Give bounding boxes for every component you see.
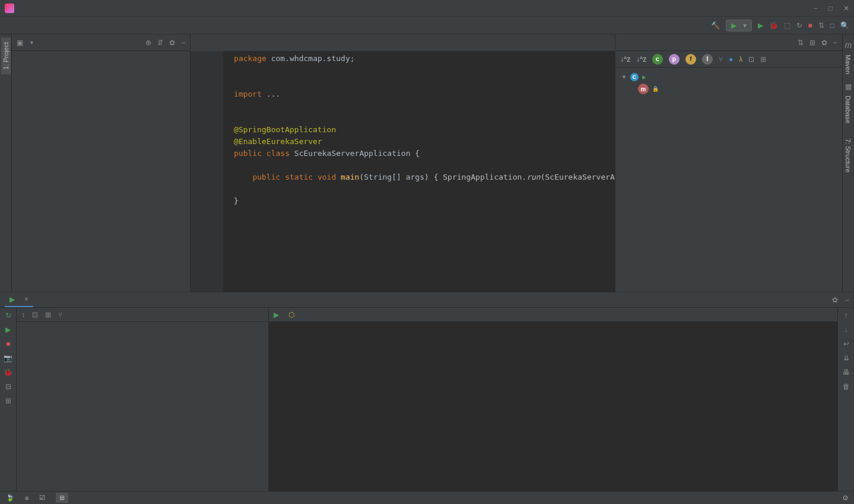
endpoints-tab[interactable]: ⬡ (288, 311, 294, 319)
maven-tab[interactable]: Maven (843, 50, 853, 79)
editor-body[interactable]: package com.whdcmap.study; import ... @S… (191, 51, 615, 292)
search-button[interactable]: □ (830, 21, 834, 30)
share-icon[interactable]: ⑂ (58, 311, 62, 319)
project-tool-tab[interactable]: 1: Project (1, 37, 11, 74)
expand-all-icon[interactable]: ↕ (21, 311, 25, 319)
console-area: ▶ ⬡ (269, 308, 837, 491)
structure-tree[interactable]: ▼ C ▶ m 🔒 (615, 68, 842, 98)
autoscroll2-icon[interactable]: ⊞ (760, 55, 766, 63)
sort-icon[interactable]: ⇅ (798, 39, 804, 47)
run-dashboard-tab[interactable]: ▶× (5, 293, 33, 307)
autoscroll-icon[interactable]: ⊡ (748, 55, 754, 63)
editor-tabs (191, 34, 615, 51)
structure-tab[interactable]: 7: Structure (843, 134, 853, 177)
event-log-tab[interactable]: ⊙ (843, 494, 848, 502)
flat-icon[interactable]: ⊡ (32, 311, 38, 319)
update-button[interactable]: ⇅ (818, 21, 824, 30)
services-tree[interactable] (17, 322, 268, 327)
gear-icon[interactable]: ✿ (821, 39, 827, 47)
group-icon[interactable]: ⊞ (45, 311, 51, 319)
layout-icon[interactable]: ⊞ (5, 397, 11, 405)
services-hide-icon[interactable]: − (845, 296, 849, 304)
services-panel: ▶× ✿ − ↻ ▶ ■ 📷 🐞 ⊟ ⊞ ↕ ⊡ ⊞ ⑂ ▶ (0, 292, 854, 491)
console-output[interactable] (269, 322, 837, 491)
code-content[interactable]: package com.whdcmap.study; import ... @S… (223, 51, 615, 292)
console-right-toolbar: ↑ ↓ ↩ ⇊ 🖶 🗑 (837, 308, 854, 491)
property-filter-icon[interactable]: p (669, 54, 680, 65)
field-filter-icon[interactable]: f (685, 54, 696, 65)
run-config-selector[interactable]: ▶ ▾ (726, 20, 752, 31)
console-tab[interactable]: ▶ (274, 311, 279, 319)
sort-alpha-icon[interactable]: ↓ᴬᴢ (620, 55, 630, 63)
titlebar: − □ ✕ (0, 0, 854, 17)
services-left-toolbar: ↻ ▶ ■ 📷 🐞 ⊟ ⊞ (0, 308, 17, 491)
settings-icon[interactable]: ✿ (169, 39, 175, 47)
close-button[interactable]: ✕ (843, 4, 849, 12)
services-gear-icon[interactable]: ✿ (832, 296, 838, 304)
scroll-icon[interactable]: ⇊ (843, 354, 849, 362)
project-tree[interactable] (12, 51, 190, 292)
editor-area: package com.whdcmap.study; import ... @S… (191, 34, 615, 292)
method-icon: m (638, 84, 649, 94)
right-tool-strip: m Maven ▦ Database 7: Structure (842, 34, 854, 292)
stop-button[interactable]: ■ (808, 21, 812, 30)
sort-visibility-icon[interactable]: ↓ᴬᴢ (636, 55, 646, 63)
anon-filter-icon[interactable]: ⑂ (719, 55, 723, 63)
line-gutter[interactable] (191, 51, 223, 292)
build-icon[interactable]: 🔨 (711, 21, 720, 30)
navigation-bar: 🔨 ▶ ▾ ▶ 🐞 ⬚ ↻ ■ ⇅ □ 🔍 (0, 17, 854, 34)
camera-icon[interactable]: 📷 (4, 354, 12, 362)
hide-icon[interactable]: − (181, 39, 185, 47)
print-icon[interactable]: 🖶 (843, 368, 850, 377)
wrap-icon[interactable]: ↩ (843, 340, 849, 348)
project-panel: ▣ ▾ ⊕ ⇵ ✿ − (12, 34, 191, 292)
expand-icon[interactable]: ⊞ (809, 39, 815, 47)
profile-button[interactable]: ↻ (796, 21, 802, 30)
messages-tab[interactable]: ≡ (25, 495, 28, 502)
run-button[interactable]: ▶ (758, 21, 763, 30)
todo-tab[interactable]: ☑ (39, 494, 45, 502)
inherited-filter-icon[interactable]: I (702, 54, 713, 65)
database-icon[interactable]: ▦ (845, 82, 852, 91)
window-controls: − □ ✕ (814, 4, 849, 12)
hide-structure-icon[interactable]: − (833, 39, 837, 47)
main-content: 1: Project ▣ ▾ ⊕ ⇵ ✿ − package com.whdcm… (0, 34, 854, 292)
structure-panel: ⇅ ⊞ ✿ − ↓ᴬᴢ ↓ᴬᴢ c p f I ⑂ ● λ ⊡ ⊞ ▼ C ▶ (615, 34, 842, 292)
locate-icon[interactable]: ⊕ (145, 39, 151, 47)
down-icon[interactable]: ↓ (845, 326, 848, 334)
lambda2-icon[interactable]: λ (739, 55, 742, 63)
services-tree-panel: ↕ ⊡ ⊞ ⑂ (17, 308, 269, 491)
minimize-button[interactable]: − (814, 4, 818, 12)
maven-icon[interactable]: m (845, 40, 852, 50)
database-tab[interactable]: Database (843, 91, 853, 128)
app-icon (5, 4, 14, 13)
debug-button[interactable]: 🐞 (769, 21, 778, 30)
clear-icon[interactable]: 🗑 (843, 382, 850, 391)
maximize-button[interactable]: □ (828, 4, 833, 12)
stop-icon[interactable]: ■ (6, 340, 10, 348)
bug-icon[interactable]: 🐞 (4, 368, 12, 377)
up-icon[interactable]: ↑ (845, 311, 848, 320)
coverage-button[interactable]: ⬚ (784, 21, 790, 30)
lambda-filter-icon[interactable]: ● (729, 55, 733, 63)
run-icon[interactable]: ▶ (5, 326, 11, 334)
rerun-icon[interactable]: ↻ (5, 311, 11, 320)
bottom-tool-tabs: 🍃 ≡ ☑ ⊞ ⊙ (0, 491, 854, 504)
spring-tab[interactable]: 🍃 (6, 494, 14, 502)
services-tab[interactable]: ⊞ (56, 493, 68, 503)
filter-icon[interactable]: ⊟ (5, 382, 11, 391)
class-filter-icon[interactable]: c (652, 54, 663, 65)
left-tool-strip: 1: Project (0, 34, 12, 292)
collapse-icon[interactable]: ⇵ (157, 39, 163, 47)
search-everywhere-icon[interactable]: 🔍 (840, 21, 849, 30)
